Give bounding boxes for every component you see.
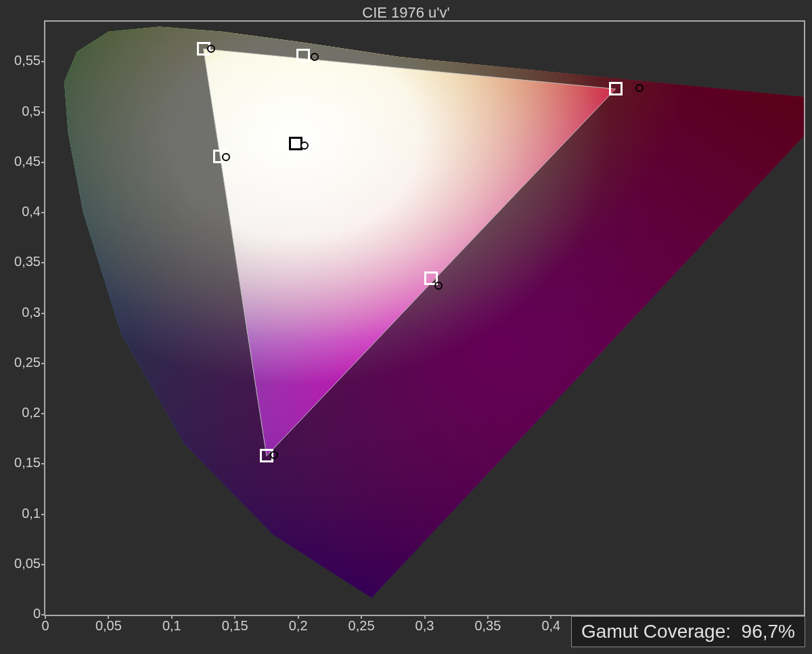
measured-marker-cyan — [222, 153, 230, 161]
y-tick-label: 0,2 — [22, 405, 41, 420]
x-tick-label: 0,15 — [222, 618, 248, 634]
y-tick-label: 0,05 — [14, 555, 41, 571]
target-marker-red — [609, 82, 623, 95]
x-tick-label: 0,05 — [95, 618, 122, 634]
y-tick-label: 0,25 — [14, 354, 41, 370]
measured-marker-white — [300, 141, 309, 150]
x-tick-label: 0 — [41, 618, 49, 634]
y-tick-label: 0,3 — [22, 304, 41, 320]
x-tick-label: 0,3 — [415, 618, 434, 634]
y-tick-label: 0,5 — [22, 103, 41, 118]
chart-title: CIE 1976 u'v' — [0, 4, 812, 22]
gamut-label: Gamut Coverage: — [581, 621, 731, 642]
y-tick-label: 0,1 — [22, 505, 41, 521]
measured-marker-red — [635, 84, 644, 92]
measured-marker-green — [207, 45, 215, 53]
y-tick-label: 0,35 — [14, 254, 41, 269]
y-tick-label: 0,4 — [22, 204, 41, 219]
x-tick-label: 0,25 — [348, 618, 375, 634]
measured-marker-blue — [270, 451, 278, 459]
gamut-coverage-readout: Gamut Coverage: 96,7% — [571, 616, 805, 647]
x-tick-label: 0,35 — [474, 618, 501, 634]
plot-area: 00,050,10,150,20,250,30,350,40,450,50,55 — [44, 20, 805, 616]
measured-marker-magenta — [434, 282, 443, 290]
y-tick-label: 0,15 — [14, 455, 41, 471]
cie-chart: CIE 1976 u'v' — [0, 0, 812, 654]
y-tick-label: 0,55 — [14, 53, 41, 68]
x-tick-label: 0,1 — [162, 618, 181, 634]
target-marker-yellow — [296, 49, 310, 62]
y-tick-label: 0 — [33, 606, 41, 622]
x-tick-label: 0,4 — [541, 618, 560, 634]
x-tick-label: 0,2 — [289, 618, 308, 634]
y-tick-label: 0,45 — [14, 153, 41, 169]
chromaticity-diagram — [45, 22, 804, 615]
measured-marker-yellow — [311, 53, 319, 61]
gamut-value: 96,7% — [742, 621, 795, 642]
